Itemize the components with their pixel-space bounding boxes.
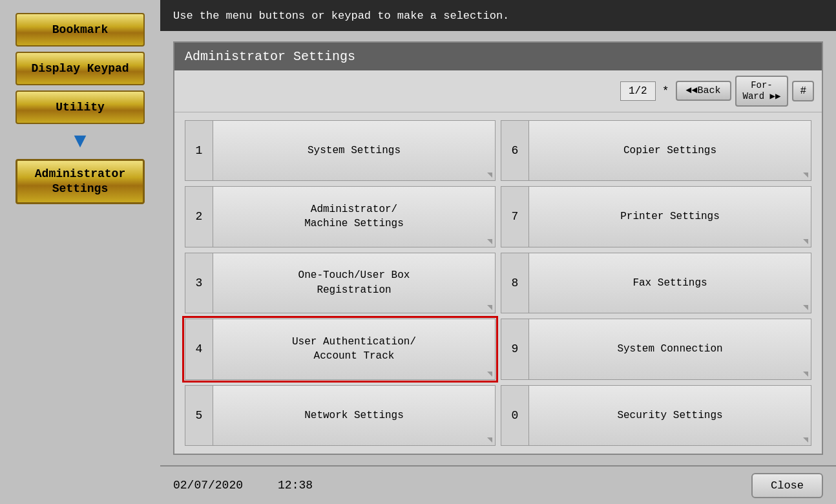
menu-item-6: 6Copier Settings (501, 120, 811, 181)
menu-num-6: 6 (501, 120, 529, 181)
menu-btn-0[interactable]: Security Settings (529, 385, 811, 446)
admin-settings-label: Administrator Settings (35, 167, 125, 197)
page-indicator: 1/2 (620, 81, 656, 101)
panel-header: Administrator Settings (174, 43, 822, 70)
menu-item-9: 9System Connection (501, 319, 811, 379)
forward-button[interactable]: For- Ward ▶▶ (735, 76, 789, 107)
menu-grid: 1System Settings6Copier Settings2Adminis… (174, 112, 822, 454)
forward-label: For- Ward ▶▶ (743, 80, 781, 101)
menu-btn-4[interactable]: User Authentication/ Account Track (213, 319, 496, 379)
menu-item-3: 3One-Touch/User Box Registration (185, 253, 496, 313)
menu-btn-2[interactable]: Administrator/ Machine Settings (213, 186, 496, 247)
menu-item-0: 0Security Settings (501, 385, 811, 446)
menu-item-8: 8Fax Settings (501, 253, 811, 313)
sidebar: Bookmark Display Keypad Utility Administ… (0, 0, 160, 504)
hash-label: # (800, 85, 806, 97)
display-keypad-button[interactable]: Display Keypad (16, 52, 145, 85)
admin-panel: Administrator Settings 1/2 * ◄◄Back For-… (173, 41, 823, 455)
content-area: Administrator Settings 1/2 * ◄◄Back For-… (160, 31, 836, 465)
main-content: Use the menu buttons or keypad to make a… (160, 0, 836, 504)
menu-btn-7[interactable]: Printer Settings (529, 186, 811, 247)
menu-num-2: 2 (185, 186, 213, 247)
utility-button[interactable]: Utility (16, 90, 145, 124)
utility-label: Utility (56, 101, 105, 114)
close-button[interactable]: Close (751, 473, 823, 498)
menu-btn-5[interactable]: Network Settings (213, 385, 496, 446)
menu-item-1: 1System Settings (185, 120, 496, 181)
menu-num-3: 3 (185, 253, 213, 313)
panel-title: Administrator Settings (185, 49, 355, 64)
panel-nav: 1/2 * ◄◄Back For- Ward ▶▶ # (174, 70, 822, 112)
admin-settings-button[interactable]: Administrator Settings (16, 159, 145, 204)
menu-btn-8[interactable]: Fax Settings (529, 253, 811, 313)
menu-num-8: 8 (501, 253, 529, 313)
menu-item-4: 4User Authentication/ Account Track (185, 319, 496, 379)
back-button[interactable]: ◄◄Back (676, 81, 731, 101)
menu-num-9: 9 (501, 319, 529, 379)
display-keypad-label: Display Keypad (31, 62, 129, 75)
bookmark-label: Bookmark (52, 23, 108, 36)
menu-num-7: 7 (501, 186, 529, 247)
instruction-text: Use the menu buttons or keypad to make a… (173, 10, 509, 22)
menu-btn-6[interactable]: Copier Settings (529, 120, 811, 181)
close-label: Close (771, 479, 804, 492)
star-indicator: * (660, 85, 672, 98)
datetime: 02/07/2020 12:38 (173, 479, 313, 492)
screen: Bookmark Display Keypad Utility Administ… (0, 0, 836, 504)
time: 12:38 (278, 479, 313, 492)
menu-item-7: 7Printer Settings (501, 186, 811, 247)
back-label: ◄◄Back (686, 85, 721, 96)
svg-marker-0 (74, 136, 87, 148)
bookmark-button[interactable]: Bookmark (16, 13, 145, 47)
menu-num-5: 5 (185, 385, 213, 446)
menu-btn-1[interactable]: System Settings (213, 120, 496, 181)
menu-num-4: 4 (185, 319, 213, 379)
menu-item-2: 2Administrator/ Machine Settings (185, 186, 496, 247)
date: 02/07/2020 (173, 479, 243, 492)
hash-button[interactable]: # (792, 81, 814, 101)
down-arrow-icon (70, 132, 90, 151)
status-bar: 02/07/2020 12:38 Close (160, 465, 836, 504)
instruction-bar: Use the menu buttons or keypad to make a… (160, 0, 836, 31)
menu-num-0: 0 (501, 385, 529, 446)
menu-num-1: 1 (185, 120, 213, 181)
menu-btn-3[interactable]: One-Touch/User Box Registration (213, 253, 496, 313)
menu-item-5: 5Network Settings (185, 385, 496, 446)
menu-btn-9[interactable]: System Connection (529, 319, 811, 379)
